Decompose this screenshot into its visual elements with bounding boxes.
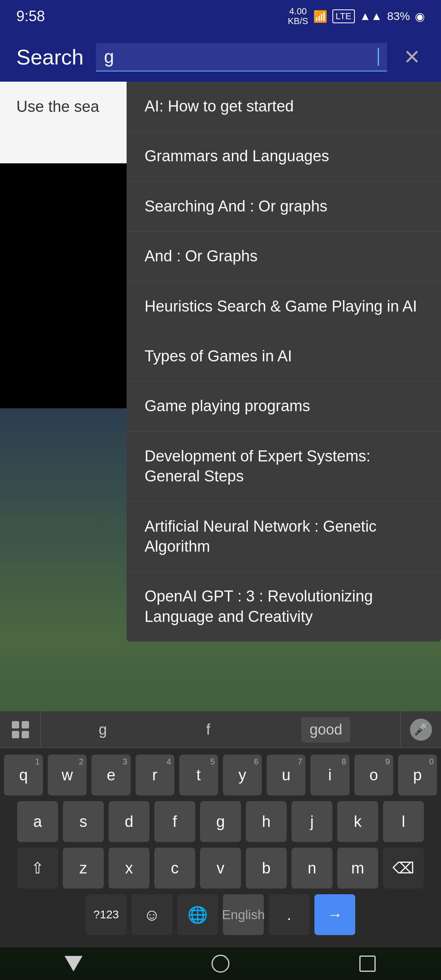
dropdown-item-text-8: Development of Expert Systems: General S… [145,448,370,485]
suggestion-good[interactable]: good [301,717,350,742]
dropdown-item-7[interactable]: Game playing programs [127,381,441,431]
key-number-e: 3 [122,757,127,766]
key-numbers[interactable]: ?123 [86,894,127,935]
dropdown-item-9[interactable]: Artificial Neural Network : Genetic Algo… [127,502,441,572]
text-cursor [378,48,379,66]
suggestions-list: g f good [41,717,400,742]
key-globe[interactable]: 🌐 [177,894,218,935]
key-space[interactable]: English [223,894,264,935]
key-m[interactable]: m [337,848,378,889]
key-number-q: 1 [35,757,40,766]
key-row-4: ?123 ☺ 🌐 English . → [4,894,437,935]
key-number-i: 8 [341,757,346,766]
key-delete[interactable]: ⌫ [383,848,424,889]
key-a[interactable]: a [17,801,58,842]
key-h[interactable]: h [246,801,287,842]
status-time: 9:58 [16,8,45,25]
apps-button[interactable] [0,711,41,748]
key-d[interactable]: d [109,801,149,842]
key-r[interactable]: 4r [136,755,174,795]
key-b[interactable]: b [246,848,287,889]
key-w[interactable]: 2w [48,755,87,795]
navigation-bar [0,947,441,980]
dropdown-item-10[interactable]: OpenAI GPT : 3 : Revolutionizing Languag… [127,572,441,641]
key-row-3: ⇧ z x c v b n m ⌫ [4,848,437,889]
key-o[interactable]: 9o [354,755,393,795]
key-shift[interactable]: ⇧ [17,848,58,889]
speed-indicator: 4.00KB/S [288,7,308,26]
key-g[interactable]: g [200,801,241,842]
lte-icon: LTE [332,9,355,23]
recents-button[interactable] [353,949,382,978]
dropdown-item-text-7: Game playing programs [145,397,310,414]
key-s[interactable]: s [63,801,104,842]
battery-indicator: ◉ [415,10,425,23]
dropdown-item-2[interactable]: Grammars and Languages [127,131,441,181]
key-number-u: 7 [298,757,302,766]
key-enter[interactable]: → [314,894,355,935]
wifi-icon: 📶 [313,10,327,23]
dropdown-item-text-10: OpenAI GPT : 3 : Revolutionizing Languag… [145,588,373,625]
key-p[interactable]: 0p [398,755,437,795]
dropdown-item-4[interactable]: And : Or Graphs [127,232,441,281]
dropdown-item-6[interactable]: Types of Games in AI [127,332,441,381]
status-icons: 4.00KB/S 📶 LTE ▲▲ 83% ◉ [288,7,425,26]
mic-button[interactable]: 🎤 [400,711,441,748]
key-l[interactable]: l [383,801,424,842]
key-n[interactable]: n [292,848,332,889]
microphone-icon: 🎤 [410,719,432,741]
key-c[interactable]: c [154,848,195,889]
key-number-r: 4 [167,757,171,766]
dropdown-item-text-4: And : Or Graphs [145,247,258,265]
key-x[interactable]: x [109,848,149,889]
search-label: Search [16,45,84,69]
key-k[interactable]: k [337,801,378,842]
key-number-o: 9 [385,757,390,766]
home-icon [212,955,229,973]
battery-icon: 83% [387,10,410,23]
dropdown-item-text-1: AI: How to get started [145,98,294,115]
key-e[interactable]: 3e [91,755,130,795]
dropdown-item-text-9: Artificial Neural Network : Genetic Algo… [145,518,376,555]
dropdown-item-8[interactable]: Development of Expert Systems: General S… [127,432,441,502]
home-button[interactable] [206,949,235,978]
status-bar: 9:58 4.00KB/S 📶 LTE ▲▲ 83% ◉ [0,0,441,33]
key-y[interactable]: 6y [223,755,262,795]
suggestion-g[interactable]: g [91,717,115,742]
key-number-w: 2 [79,757,83,766]
dropdown-item-text-5: Heuristics Search & Game Playing in AI [145,298,417,315]
key-t[interactable]: 5t [179,755,218,795]
key-row-2: a s d f g h j k l [4,801,437,842]
key-i[interactable]: 8i [310,755,349,795]
recents-icon [359,956,376,972]
dropdown-item-text-3: Searching And : Or graphs [145,198,327,215]
dropdown-item-1[interactable]: AI: How to get started [127,82,441,131]
key-number-p: 0 [429,757,434,766]
key-j[interactable]: j [292,801,332,842]
keyboard-rows: 1q 2w 3e 4r 5t 6y 7u 8i 9o 0p a s d f g … [0,748,441,947]
key-number-t: 5 [210,757,215,766]
key-emoji[interactable]: ☺ [131,894,172,935]
key-u[interactable]: 7u [267,755,305,795]
search-dropdown: AI: How to get started Grammars and Lang… [127,82,441,641]
back-icon [65,956,82,971]
key-period[interactable]: . [269,894,310,935]
key-v[interactable]: v [200,848,241,889]
dropdown-item-5[interactable]: Heuristics Search & Game Playing in AI [127,282,441,332]
key-f[interactable]: f [154,801,195,842]
search-input-wrapper[interactable]: g [96,43,387,71]
key-row-1: 1q 2w 3e 4r 5t 6y 7u 8i 9o 0p [4,755,437,795]
key-number-y: 6 [254,757,258,766]
dropdown-item-text-2: Grammars and Languages [145,147,329,165]
keyboard-suggestions-bar: g f good 🎤 [0,711,441,748]
clear-button[interactable]: ✕ [399,41,425,73]
search-input[interactable]: g [104,47,378,67]
search-bar: Search g ✕ [0,33,441,82]
back-button[interactable] [59,949,88,978]
keyboard: g f good 🎤 1q 2w 3e 4r 5t 6y 7u 8i 9o 0p… [0,711,441,947]
key-q[interactable]: 1q [4,755,43,795]
background-text: Use the sea [16,98,99,115]
dropdown-item-3[interactable]: Searching And : Or graphs [127,182,441,232]
key-z[interactable]: z [63,848,104,889]
suggestion-f[interactable]: f [198,717,218,742]
